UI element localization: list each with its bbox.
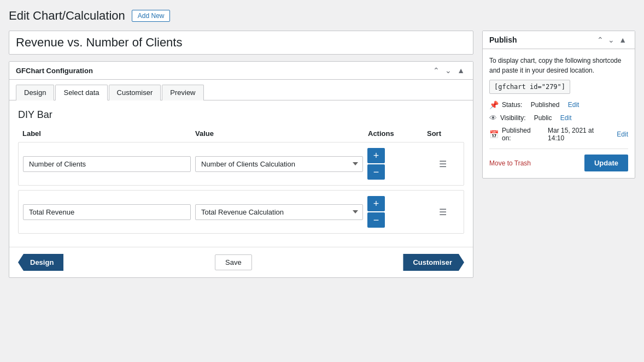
panel-title: GFChart Configuration xyxy=(16,67,93,75)
row2-action-buttons: + − xyxy=(367,196,422,228)
add-new-button[interactable]: Add New xyxy=(132,10,171,22)
row2-remove-button[interactable]: − xyxy=(367,212,385,228)
move-to-trash-link[interactable]: Move to Trash xyxy=(489,159,531,167)
col-header-value: Value xyxy=(195,129,364,138)
panel-close-btn[interactable]: ▲ xyxy=(455,66,466,75)
main-layout: GFChart Configuration ⌃ ⌄ ▲ Design Selec… xyxy=(9,31,635,278)
col-header-sort: Sort xyxy=(427,129,460,138)
row1-remove-button[interactable]: − xyxy=(367,164,385,180)
table-row: Number of Clients Calculation Total Reve… xyxy=(18,142,464,186)
table-row: Number of Clients Calculation Total Reve… xyxy=(18,190,464,234)
save-button[interactable]: Save xyxy=(215,254,252,270)
row1-action-buttons: + − xyxy=(367,148,422,180)
col-header-actions: Actions xyxy=(368,129,423,138)
chart-title-input[interactable] xyxy=(9,31,473,55)
panel-collapse-down-btn[interactable]: ⌄ xyxy=(443,66,453,75)
publish-title: Publish xyxy=(489,35,517,44)
published-on-edit-link[interactable]: Edit xyxy=(617,130,628,138)
panel-controls: ⌃ ⌄ ▲ xyxy=(431,66,466,75)
panel-collapse-up-btn[interactable]: ⌃ xyxy=(431,66,441,75)
visibility-label: Visibility: xyxy=(500,114,525,122)
visibility-edit-link[interactable]: Edit xyxy=(560,114,572,122)
row2-label-input[interactable] xyxy=(23,204,191,220)
status-value: Published xyxy=(531,101,560,109)
left-column: GFChart Configuration ⌃ ⌄ ▲ Design Selec… xyxy=(9,31,473,278)
row1-label-input[interactable] xyxy=(23,156,191,172)
table-header: Label Value Actions Sort xyxy=(18,129,464,142)
col-header-label: Label xyxy=(22,129,191,138)
panel-footer: Design Save Customiser xyxy=(9,247,473,277)
row2-sort-handle[interactable]: ☰ xyxy=(426,207,459,217)
tab-select-data[interactable]: Select data xyxy=(55,85,107,100)
published-on-meta-item: 📅 Published on: Mar 15, 2021 at 14:10 Ed… xyxy=(489,127,628,142)
row1-value-select[interactable]: Number of Clients Calculation Total Reve… xyxy=(195,156,363,172)
publish-close-btn[interactable]: ▲ xyxy=(617,35,628,44)
status-label: Status: xyxy=(502,101,522,109)
row2-value-select[interactable]: Number of Clients Calculation Total Reve… xyxy=(195,204,363,220)
status-icon: 📌 xyxy=(489,100,499,109)
tab-customiser[interactable]: Customiser xyxy=(109,85,161,100)
page-header: Edit Chart/Calculation Add New xyxy=(9,9,635,23)
publish-down-btn[interactable]: ⌄ xyxy=(606,35,616,44)
panel-body: DIY Bar Label Value Actions Sort Number … xyxy=(9,100,473,247)
page-title: Edit Chart/Calculation xyxy=(9,9,125,23)
customiser-nav-button[interactable]: Customiser xyxy=(403,254,464,271)
visibility-meta-item: 👁 Visibility: Public Edit xyxy=(489,114,628,122)
publish-controls: ⌃ ⌄ ▲ xyxy=(595,35,628,44)
status-edit-link[interactable]: Edit xyxy=(568,101,579,109)
published-on-value: Mar 15, 2021 at 14:10 xyxy=(548,127,608,142)
row1-sort-handle[interactable]: ☰ xyxy=(426,159,459,169)
publish-actions: Move to Trash Update xyxy=(489,149,628,171)
section-title: DIY Bar xyxy=(18,109,464,121)
tab-preview[interactable]: Preview xyxy=(162,85,203,100)
visibility-icon: 👁 xyxy=(489,114,497,122)
publish-up-btn[interactable]: ⌃ xyxy=(595,35,605,44)
publish-body: To display chart, copy the following sho… xyxy=(483,49,635,178)
published-on-label: Published on: xyxy=(502,127,540,142)
tab-design[interactable]: Design xyxy=(16,85,54,100)
calendar-icon: 📅 xyxy=(489,130,499,139)
right-column: Publish ⌃ ⌄ ▲ To display chart, copy the… xyxy=(482,31,635,179)
row1-add-button[interactable]: + xyxy=(367,148,385,163)
publish-header: Publish ⌃ ⌄ ▲ xyxy=(483,31,635,49)
row2-add-button[interactable]: + xyxy=(367,196,385,211)
publish-meta: 📌 Status: Published Edit 👁 Visibility: P… xyxy=(489,100,628,142)
shortcode-box[interactable]: [gfchart id="279"] xyxy=(489,80,570,94)
gfchart-panel: GFChart Configuration ⌃ ⌄ ▲ Design Selec… xyxy=(9,61,473,278)
panel-header: GFChart Configuration ⌃ ⌄ ▲ xyxy=(9,62,473,80)
tabs-bar: Design Select data Customiser Preview xyxy=(9,80,473,100)
status-meta-item: 📌 Status: Published Edit xyxy=(489,100,628,109)
shortcode-info: To display chart, copy the following sho… xyxy=(489,56,628,75)
visibility-value: Public xyxy=(534,114,552,122)
publish-panel: Publish ⌃ ⌄ ▲ To display chart, copy the… xyxy=(482,31,635,179)
design-nav-button[interactable]: Design xyxy=(18,254,63,271)
update-button[interactable]: Update xyxy=(584,155,628,171)
